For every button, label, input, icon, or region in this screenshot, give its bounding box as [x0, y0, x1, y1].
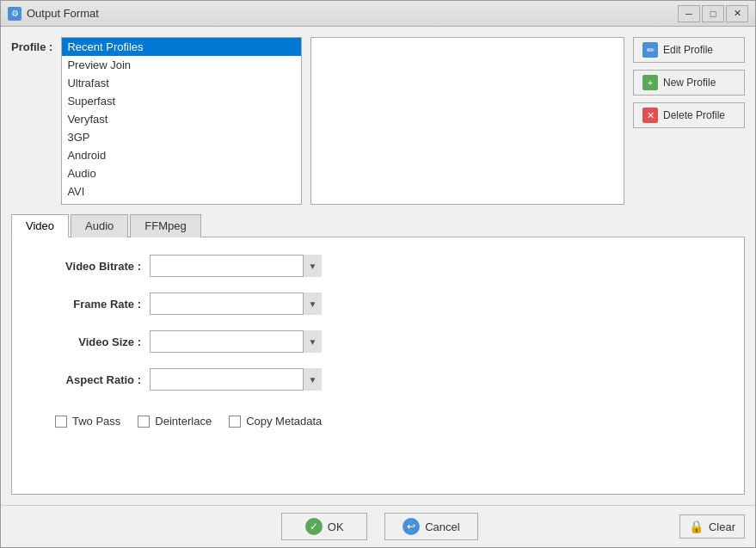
delete-profile-button[interactable]: ✕ Delete Profile — [633, 102, 745, 128]
profile-item-android[interactable]: Android — [62, 146, 301, 164]
clear-icon: 🔒 — [689, 520, 704, 533]
title-bar: ⚙ Output Format ─ □ ✕ — [1, 1, 755, 27]
profile-preview — [310, 37, 624, 205]
profile-item-ultrafast[interactable]: Ultrafast — [62, 74, 301, 92]
profile-buttons: ✏ Edit Profile + New Profile ✕ Delete Pr… — [633, 37, 745, 128]
ok-button[interactable]: ✓ OK — [281, 513, 367, 540]
cancel-icon: ↩ — [403, 518, 420, 535]
new-profile-button[interactable]: + New Profile — [633, 70, 745, 95]
title-bar-left: ⚙ Output Format — [8, 7, 99, 21]
two-pass-checkbox[interactable] — [55, 416, 67, 428]
profile-section: Profile : Recent Profiles Preview Join U… — [11, 37, 745, 205]
clear-label: Clear — [709, 520, 735, 533]
maximize-button[interactable]: □ — [702, 5, 724, 22]
frame-rate-select-wrapper: ▼ — [150, 292, 322, 315]
aspect-ratio-label: Aspect Ratio : — [38, 373, 141, 386]
tab-content-video: Video Bitrate : ▼ Frame Rate : ▼ — [11, 237, 745, 495]
ok-label: OK — [328, 520, 344, 533]
frame-rate-select[interactable] — [150, 292, 322, 315]
two-pass-label: Two Pass — [72, 415, 120, 428]
copy-metadata-label: Copy Metadata — [246, 415, 322, 428]
cancel-label: Cancel — [425, 520, 459, 533]
profile-item-recent[interactable]: Recent Profiles — [62, 38, 301, 56]
deinterlace-checkbox-item[interactable]: Deinterlace — [138, 415, 212, 428]
frame-rate-row: Frame Rate : ▼ — [38, 292, 718, 315]
ok-icon: ✓ — [305, 518, 323, 535]
tab-video[interactable]: Video — [11, 214, 69, 237]
clear-button[interactable]: 🔒 Clear — [679, 514, 745, 539]
aspect-ratio-select[interactable] — [150, 368, 322, 391]
deinterlace-checkbox[interactable] — [138, 416, 150, 428]
window-icon: ⚙ — [8, 7, 22, 21]
frame-rate-label: Frame Rate : — [38, 298, 141, 311]
video-size-label: Video Size : — [38, 336, 141, 348]
video-form: Video Bitrate : ▼ Frame Rate : ▼ — [38, 255, 718, 428]
video-size-select-wrapper: ▼ — [150, 330, 322, 353]
aspect-ratio-row: Aspect Ratio : ▼ — [38, 368, 718, 391]
new-profile-label: New Profile — [663, 77, 716, 89]
aspect-ratio-select-wrapper: ▼ — [150, 368, 322, 391]
copy-metadata-checkbox-item[interactable]: Copy Metadata — [229, 415, 322, 428]
new-icon: + — [642, 75, 658, 90]
copy-metadata-checkbox[interactable] — [229, 416, 241, 428]
tab-ffmpeg[interactable]: FFMpeg — [130, 214, 200, 237]
checkboxes-row: Two Pass Deinterlace Copy Metadata — [38, 415, 718, 428]
profile-item-audio[interactable]: Audio — [62, 164, 301, 182]
two-pass-checkbox-item[interactable]: Two Pass — [55, 415, 120, 428]
profile-label: Profile : — [11, 37, 52, 53]
delete-icon: ✕ — [642, 108, 658, 123]
deinterlace-label: Deinterlace — [155, 415, 212, 428]
video-bitrate-select-wrapper: ▼ — [150, 255, 322, 277]
video-size-select[interactable] — [150, 330, 322, 353]
bottom-center-buttons: ✓ OK ↩ Cancel — [281, 513, 477, 540]
window-title: Output Format — [27, 7, 99, 20]
edit-icon: ✏ — [642, 42, 658, 58]
profile-list-container: Recent Profiles Preview Join Ultrafast S… — [61, 37, 302, 205]
video-bitrate-select[interactable] — [150, 255, 322, 277]
bottom-bar: ✓ OK ↩ Cancel 🔒 Clear — [1, 505, 755, 547]
video-bitrate-label: Video Bitrate : — [38, 260, 141, 273]
video-size-row: Video Size : ▼ — [38, 330, 718, 353]
edit-profile-label: Edit Profile — [663, 44, 713, 56]
tabs-area: Video Audio FFMpeg Video Bitrate : ▼ Fra… — [11, 213, 745, 495]
delete-profile-label: Delete Profile — [663, 109, 725, 121]
profile-item-veryfast[interactable]: Veryfast — [62, 110, 301, 128]
minimize-button[interactable]: ─ — [678, 5, 700, 22]
profile-item-3gp[interactable]: 3GP — [62, 128, 301, 146]
window-content: Profile : Recent Profiles Preview Join U… — [1, 27, 755, 505]
cancel-button[interactable]: ↩ Cancel — [384, 513, 477, 540]
profile-item-preview-join[interactable]: Preview Join — [62, 56, 301, 74]
close-button[interactable]: ✕ — [726, 5, 748, 22]
tabs-header: Video Audio FFMpeg — [11, 213, 745, 237]
profile-item-avi[interactable]: AVI — [62, 182, 301, 200]
edit-profile-button[interactable]: ✏ Edit Profile — [633, 37, 745, 63]
title-bar-controls: ─ □ ✕ — [678, 5, 748, 22]
profile-listbox[interactable]: Recent Profiles Preview Join Ultrafast S… — [61, 37, 302, 205]
tab-audio[interactable]: Audio — [71, 214, 128, 237]
output-format-window: ⚙ Output Format ─ □ ✕ Profile : Recent P… — [0, 0, 756, 548]
video-bitrate-row: Video Bitrate : ▼ — [38, 255, 718, 277]
profile-item-superfast[interactable]: Superfast — [62, 92, 301, 110]
profile-controls: Recent Profiles Preview Join Ultrafast S… — [61, 37, 745, 205]
